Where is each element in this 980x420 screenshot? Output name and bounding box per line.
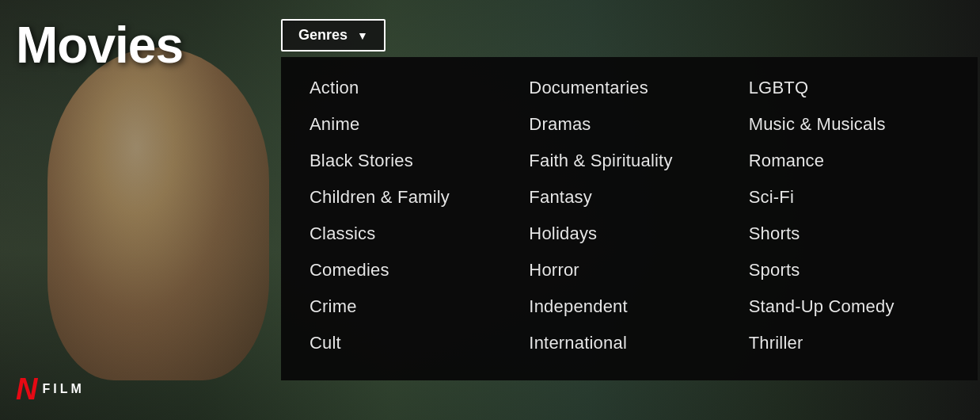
chevron-down-icon: ▼	[357, 29, 368, 42]
genre-item-horror[interactable]: Horror	[519, 252, 739, 288]
genre-item-dramas[interactable]: Dramas	[519, 106, 739, 143]
genre-item-holidays[interactable]: Holidays	[519, 216, 739, 252]
netflix-film-label: FILM	[42, 382, 84, 396]
genre-item-thriller[interactable]: Thriller	[739, 325, 959, 361]
genre-item-black-stories[interactable]: Black Stories	[300, 143, 519, 179]
genre-item-classics[interactable]: Classics	[300, 216, 519, 252]
genre-item-comedies[interactable]: Comedies	[300, 252, 519, 288]
genre-item-cult[interactable]: Cult	[300, 325, 519, 361]
netflix-n-icon: N	[16, 374, 37, 404]
genre-item-stand-up-comedy[interactable]: Stand-Up Comedy	[739, 288, 959, 325]
genre-item-sci-fi[interactable]: Sci-Fi	[739, 179, 959, 216]
genre-item-crime[interactable]: Crime	[300, 288, 519, 325]
genre-column-2: DocumentariesDramasFaith & SpiritualityF…	[519, 70, 739, 361]
genres-button-label: Genres	[298, 27, 348, 44]
genre-item-romance[interactable]: Romance	[739, 143, 959, 179]
genre-item-anime[interactable]: Anime	[300, 106, 519, 143]
genre-item-lgbtq[interactable]: LGBTQ	[739, 70, 959, 106]
genre-item-documentaries[interactable]: Documentaries	[519, 70, 739, 106]
genre-item-faith---spirituality[interactable]: Faith & Spirituality	[519, 143, 739, 179]
genre-item-independent[interactable]: Independent	[519, 288, 739, 325]
person-silhouette	[47, 48, 269, 380]
genre-item-shorts[interactable]: Shorts	[739, 216, 959, 252]
genres-columns: ActionAnimeBlack StoriesChildren & Famil…	[300, 70, 959, 361]
page-title: Movies	[16, 16, 183, 74]
genre-item-children---family[interactable]: Children & Family	[300, 179, 519, 216]
genre-item-fantasy[interactable]: Fantasy	[519, 179, 739, 216]
genre-item-international[interactable]: International	[519, 325, 739, 361]
genre-column-3: LGBTQMusic & MusicalsRomanceSci-FiShorts…	[739, 70, 959, 361]
netflix-logo: N FILM	[16, 374, 85, 404]
genres-dropdown: ActionAnimeBlack StoriesChildren & Famil…	[281, 57, 978, 380]
genre-item-sports[interactable]: Sports	[739, 252, 959, 288]
genres-button[interactable]: Genres ▼	[281, 19, 386, 52]
genre-column-1: ActionAnimeBlack StoriesChildren & Famil…	[300, 70, 519, 361]
genre-item-music---musicals[interactable]: Music & Musicals	[739, 106, 959, 143]
genre-item-action[interactable]: Action	[300, 70, 519, 106]
